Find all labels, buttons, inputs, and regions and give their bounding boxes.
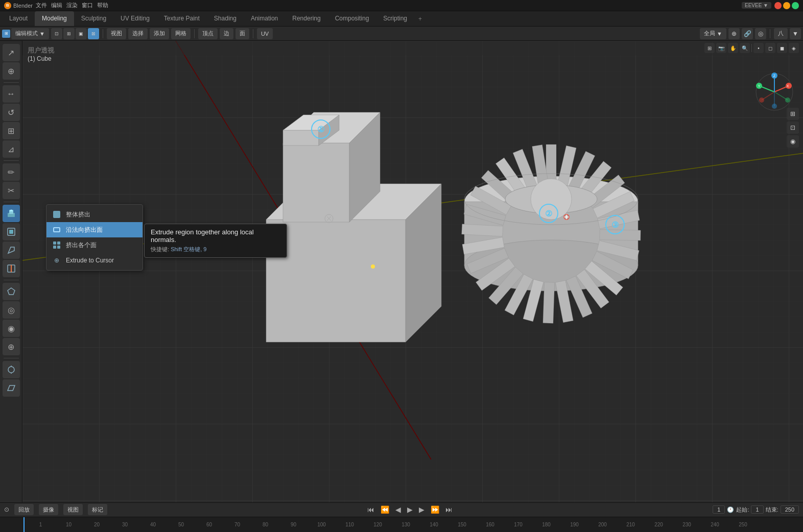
- tool-inset[interactable]: [3, 223, 20, 240]
- vp-xray-btn[interactable]: ⊡: [787, 122, 799, 134]
- tool-rotate[interactable]: ↺: [3, 104, 20, 121]
- menu-item-extrude-cursor[interactable]: ⊕ Extrude to Cursor: [46, 253, 143, 268]
- shrink-icon: [7, 365, 16, 374]
- tab-texture-paint[interactable]: Texture Paint: [157, 11, 207, 26]
- end-frame[interactable]: 250: [781, 505, 799, 514]
- vp-grid-btn[interactable]: ⊞: [704, 43, 715, 53]
- tool-annotate[interactable]: ✏: [3, 163, 20, 181]
- menu-item-extrude-individual[interactable]: 挤出各个面: [46, 237, 143, 253]
- tool-loop-cut[interactable]: [3, 260, 20, 277]
- menu-item-extrude-normals[interactable]: 沿法向挤出面: [46, 222, 143, 237]
- workspace-tabs: Layout Modeling Sculpting UV Editing Tex…: [0, 11, 803, 27]
- vp-hand-btn[interactable]: ✋: [728, 43, 738, 53]
- jump-start-btn[interactable]: ⏮: [365, 504, 376, 515]
- mode-selector[interactable]: 编辑模式 ▼: [11, 28, 49, 39]
- obj-type-1[interactable]: ⊡: [51, 28, 62, 39]
- obj-type-4[interactable]: ⊠: [88, 28, 99, 39]
- viewport[interactable]: 用户透视 (1) Cube: [22, 41, 803, 502]
- header-toolbar: ⊞ 编辑模式 ▼ ⊡ ⊞ ▣ ⊠ 视图 选择 添加 网格 顶点 边 面 UV 全…: [0, 27, 803, 41]
- vp-search-btn[interactable]: 🔍: [740, 43, 750, 53]
- frame-150: 150: [448, 522, 476, 527]
- tool-shrink-fatten[interactable]: [3, 361, 20, 378]
- tool-extrude[interactable]: [3, 205, 20, 222]
- window-controls: EEVEE ▼: [742, 2, 799, 9]
- tab-animation[interactable]: Animation: [244, 11, 285, 26]
- tab-shading[interactable]: Shading: [207, 11, 244, 26]
- menu-file[interactable]: 文件: [36, 2, 47, 9]
- menu-select[interactable]: 选择: [128, 28, 148, 39]
- tab-modeling[interactable]: Modeling: [35, 11, 74, 26]
- timeline-markers-btn[interactable]: 标记: [88, 504, 107, 515]
- tool-select[interactable]: ↗: [3, 44, 20, 61]
- vp-overlay-btn[interactable]: ⊞: [787, 108, 799, 120]
- snap-btn[interactable]: 🔗: [742, 28, 753, 39]
- tool-smooth[interactable]: ◉: [3, 320, 20, 337]
- tool-move[interactable]: ↔: [3, 85, 20, 103]
- tool-edge-slide[interactable]: ⊕: [3, 338, 20, 355]
- menu-mesh[interactable]: 网格: [171, 28, 191, 39]
- tool-shear[interactable]: [3, 379, 20, 397]
- tool-transform[interactable]: ⊿: [3, 140, 20, 158]
- menu-uv[interactable]: UV: [257, 28, 273, 39]
- tool-cursor[interactable]: ⊕: [3, 62, 20, 80]
- tab-uv-editing[interactable]: UV Editing: [113, 11, 157, 26]
- tool-spin[interactable]: ◎: [3, 301, 20, 319]
- frame-90: 90: [279, 522, 308, 527]
- frame-display: 1 🕐 起始: 1 结束: 250: [713, 505, 799, 514]
- start-frame[interactable]: 1: [751, 505, 763, 514]
- vp-viewport-shading[interactable]: ◉: [787, 135, 799, 148]
- tool-poly-build[interactable]: [3, 283, 20, 300]
- menu-item-extrude-region[interactable]: 整体挤出: [46, 207, 143, 222]
- prev-key-btn[interactable]: ⏪: [379, 504, 391, 515]
- menu-add[interactable]: 添加: [150, 28, 169, 39]
- play-btn[interactable]: ▶: [405, 504, 415, 515]
- jump-end-btn[interactable]: ⏭: [443, 504, 455, 515]
- add-workspace-button[interactable]: +: [414, 11, 426, 26]
- timeline-playback-btn[interactable]: 回放: [14, 504, 34, 515]
- global-selector[interactable]: 全局▼: [700, 28, 726, 39]
- vp-solid-btn[interactable]: ◼: [777, 43, 787, 53]
- menu-view[interactable]: 视图: [107, 28, 126, 39]
- obj-type-2[interactable]: ⊞: [63, 28, 75, 39]
- current-frame[interactable]: 1: [713, 505, 725, 514]
- tab-sculpting[interactable]: Sculpting: [74, 11, 113, 26]
- pivot-btn[interactable]: ⊕: [728, 28, 740, 39]
- tool-bevel[interactable]: [3, 241, 20, 259]
- context-menu: 整体挤出 沿法向挤出面 挤出各个面: [46, 204, 143, 271]
- menu-vertex[interactable]: 顶点: [198, 28, 218, 39]
- tab-layout[interactable]: Layout: [2, 11, 35, 26]
- vp-dot-btn[interactable]: •: [753, 43, 764, 53]
- frame-100: 100: [308, 522, 336, 527]
- count-btn[interactable]: 八: [774, 28, 788, 39]
- next-key-btn[interactable]: ⏩: [429, 504, 441, 515]
- proportional-btn[interactable]: ◎: [755, 28, 766, 39]
- menu-render[interactable]: 渲染: [66, 2, 78, 9]
- extrude-cursor-icon: ⊕: [52, 255, 62, 265]
- timeline-camera-btn[interactable]: 摄像: [39, 504, 58, 515]
- timeline-view-btn[interactable]: 视图: [63, 504, 83, 515]
- menu-face[interactable]: 面: [235, 28, 249, 39]
- timeline-ruler[interactable]: 1 10 20 30 40 50 60 70 80 90 100 110 120…: [0, 517, 803, 532]
- menu-window[interactable]: 窗口: [82, 2, 93, 9]
- tab-scripting[interactable]: Scripting: [376, 11, 414, 26]
- loop-cut-icon: [7, 264, 16, 273]
- vp-wire-btn[interactable]: ◻: [765, 43, 775, 53]
- count-dropdown[interactable]: ▼: [790, 28, 801, 39]
- vp-material-btn[interactable]: ◈: [789, 43, 799, 53]
- close-button[interactable]: [774, 2, 782, 9]
- prev-frame-btn[interactable]: ◀: [393, 504, 403, 515]
- engine-selector[interactable]: EEVEE ▼: [742, 2, 771, 9]
- tool-knife[interactable]: ✂: [3, 182, 20, 199]
- next-frame-btn[interactable]: ▶: [417, 504, 427, 515]
- minimize-button[interactable]: [783, 2, 790, 9]
- menu-edge[interactable]: 边: [220, 28, 233, 39]
- tab-rendering[interactable]: Rendering: [285, 11, 327, 26]
- vp-camera-btn[interactable]: 📷: [716, 43, 726, 53]
- tab-compositing[interactable]: Compositing: [328, 11, 376, 26]
- svg-marker-7: [8, 288, 15, 295]
- obj-type-3[interactable]: ▣: [76, 28, 87, 39]
- tool-scale[interactable]: ⊞: [3, 122, 20, 139]
- menu-edit[interactable]: 编辑: [51, 2, 62, 9]
- menu-help[interactable]: 帮助: [97, 2, 108, 9]
- maximize-button[interactable]: [792, 2, 799, 9]
